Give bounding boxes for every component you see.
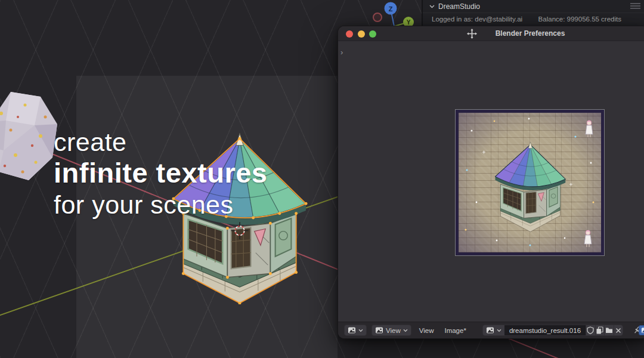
image-icon	[641, 327, 644, 334]
folder-icon	[605, 327, 613, 334]
figure-top-right	[586, 121, 593, 137]
dreamstudio-panel-title: DreamStudio	[438, 2, 480, 11]
balance-text: Balance: 999056.55 credits	[538, 16, 621, 23]
view-menu[interactable]: View	[416, 327, 437, 334]
preferences-window: Blender Preferences ›	[338, 26, 644, 339]
gizmo-axis-negx[interactable]	[373, 13, 382, 21]
image-name-field[interactable]: dreamstudio_result.016	[504, 325, 586, 335]
gizmo-y-label: Y	[407, 19, 411, 26]
headline: create infinite textures for your scenes	[54, 127, 267, 220]
window-titlebar[interactable]: Blender Preferences	[338, 26, 644, 41]
image-editor-header: View View Image* dreamstudio_result.016	[338, 322, 644, 338]
window-title: Blender Preferences	[496, 29, 565, 38]
open-image-button[interactable]	[604, 325, 613, 335]
headline-line2: infinite textures	[54, 157, 267, 190]
menu-icon[interactable]	[630, 3, 640, 10]
fake-user-button[interactable]	[586, 325, 595, 335]
image-editor-icon	[348, 326, 356, 334]
dreamstudio-panel-header[interactable]: DreamStudio	[423, 0, 644, 13]
rock-object[interactable]	[0, 79, 62, 193]
generated-texture-image[interactable]	[456, 110, 604, 255]
chevron-down-icon	[403, 329, 408, 332]
image-icon	[486, 326, 494, 334]
duplicate-button[interactable]	[595, 325, 604, 335]
move-cursor-icon	[467, 29, 477, 39]
minimize-button[interactable]	[358, 30, 365, 38]
blender-app: create infinite textures for your scenes…	[0, 0, 644, 358]
image-datablock-selector: dreamstudio_result.016	[482, 325, 623, 336]
sidebar-image-button[interactable]	[639, 325, 644, 335]
image-icon	[375, 326, 383, 334]
headline-line3: for your scenes	[54, 190, 267, 220]
image-menu[interactable]: Image*	[441, 327, 469, 334]
copy-icon	[596, 326, 603, 334]
chevron-down-icon	[429, 5, 435, 8]
display-mode-label: View	[386, 327, 401, 334]
figure-bottom-right	[584, 230, 592, 247]
display-mode-dropdown[interactable]: View	[371, 325, 411, 336]
expand-chevron[interactable]: ›	[340, 48, 343, 57]
close-button[interactable]	[346, 30, 353, 38]
x-icon	[615, 328, 621, 334]
logged-in-text: Logged in as: dev@stability.ai	[432, 16, 522, 23]
gizmo-z-label: Z	[389, 5, 393, 13]
headline-line1: create	[54, 127, 267, 157]
dreamstudio-panel: DreamStudio Logged in as: dev@stability.…	[422, 0, 644, 26]
browse-image-button[interactable]	[483, 325, 504, 335]
editor-type-button[interactable]	[344, 325, 367, 336]
chevron-down-icon	[358, 329, 363, 332]
unlink-button[interactable]	[614, 325, 623, 335]
chevron-down-icon	[497, 329, 501, 332]
shield-icon	[587, 326, 594, 334]
zoom-button[interactable]	[369, 30, 376, 38]
